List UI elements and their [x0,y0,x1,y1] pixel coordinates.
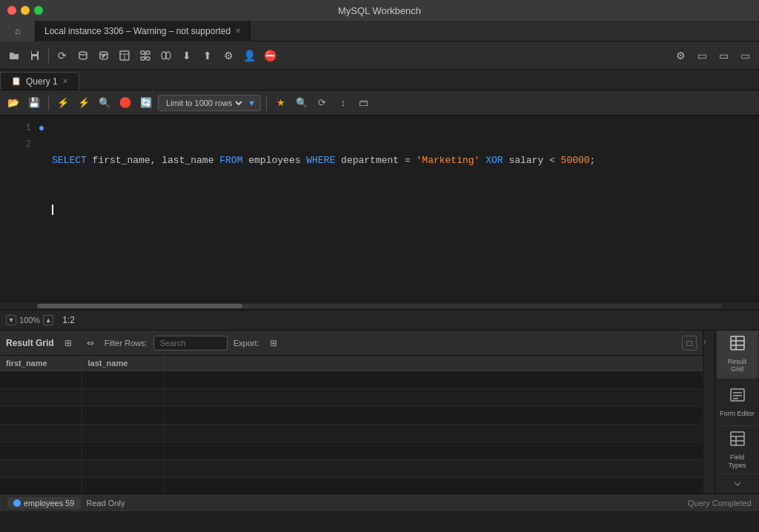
export-button[interactable]: ⊞ [265,335,282,351]
cell-extra [163,407,703,425]
execute-all-button[interactable]: ⚡ [75,94,93,112]
ident-table: employees [242,155,306,166]
filter-search-input[interactable] [153,336,228,350]
table-row[interactable] [0,460,703,478]
stop-button[interactable]: ⛔ [260,46,279,65]
editor-horizontal-scrollbar[interactable] [0,301,759,310]
window-controls [7,6,43,15]
open-folder-button[interactable] [4,46,24,65]
open-sql-button[interactable]: 📂 [4,94,22,112]
hscroll-thumb[interactable] [37,304,242,308]
results-main: Result Grid ⊞ ⇔ Filter Rows: Export: ⊞ □… [0,330,703,493]
table-button[interactable] [115,46,134,65]
cell-first-name [0,389,82,407]
grid-view-button[interactable]: ⊞ [60,335,76,351]
form-editor-panel-button[interactable]: Form Editor [717,379,758,427]
wrap-cell-button[interactable]: ⇔ [82,335,99,351]
svg-rect-11 [146,57,150,60]
export-button[interactable]: ⬆ [198,46,217,65]
hscroll-track[interactable] [37,304,722,308]
ident-condition: department = [335,155,416,166]
db-add-button[interactable] [73,46,93,65]
db-indicator: employees 59 [7,497,81,509]
migrate-button[interactable] [156,46,176,65]
search-sql-button[interactable]: 🔍 [293,94,311,112]
db-edit-button[interactable] [94,46,113,65]
save-button[interactable] [25,46,44,65]
ident-semicolon: ; [590,155,596,166]
result-expand-button[interactable]: □ [682,336,697,350]
cell-last-name [82,371,163,389]
table-body [0,371,703,494]
ident-xor-space [480,155,485,166]
query-tabbar: 📋 Query 1 ✕ [0,70,759,90]
minimize-button[interactable] [21,6,30,15]
close-button[interactable] [7,6,16,15]
cell-first-name [0,478,82,494]
users-button[interactable]: 👤 [239,46,259,65]
home-button[interactable]: ⌂ [0,21,36,41]
line-numbers: 1 2 [0,116,37,301]
expand-arrow-icon[interactable]: › [703,336,706,347]
toggle-output-button[interactable]: 🔄 [137,94,155,112]
limit-dropdown[interactable]: Limit to 1000 rows Don't Limit Limit to … [163,98,245,108]
cell-first-name [0,442,82,460]
bookmark-button[interactable]: ★ [272,94,290,112]
connection-tab-close-icon[interactable]: ✕ [235,27,241,35]
stop-query-button[interactable]: 🛑 [116,94,134,112]
sql-editor[interactable]: 1 2 SELECT first_name, last_name FROM em… [0,116,759,301]
sql-code-area[interactable]: SELECT first_name, last_name FROM employ… [46,116,759,301]
query-tab-close-icon[interactable]: ✕ [62,77,68,85]
field-types-panel-label: FieldTypes [728,453,746,470]
beautify-button[interactable]: ↕ [334,94,352,112]
import-button[interactable]: ⬇ [177,46,196,65]
table-row[interactable] [0,389,703,407]
svg-point-16 [166,52,170,59]
col-header-extra [163,356,703,371]
export-label: Export: [233,339,259,348]
home-icon: ⌂ [15,26,20,36]
schema-button[interactable] [136,46,155,65]
sidebar-expand-handle[interactable]: › [703,330,715,493]
result-grid-panel-button[interactable]: ResultGrid [717,330,758,379]
settings-icon-button[interactable]: ⚙ [671,46,690,65]
refresh-button[interactable]: ⟳ [53,46,72,65]
string-value: 'Marketing' [417,155,480,166]
table-row[interactable] [0,371,703,389]
connection-tabbar: ⌂ Local instance 3306 – Warning – not su… [0,21,759,41]
config-button[interactable]: ⚙ [219,46,238,65]
cell-first-name [0,460,82,478]
data-grid[interactable]: first_name last_name [0,356,703,493]
explain-button[interactable]: 🔍 [96,94,113,112]
db-status-icon [13,499,21,507]
schema-button[interactable]: 🗃 [355,94,373,112]
table-row[interactable] [0,407,703,425]
result-toolbar: Result Grid ⊞ ⇔ Filter Rows: Export: ⊞ □ [0,330,703,356]
connection-tab-label: Local instance 3306 – Warning – not supp… [44,26,231,36]
query-tab[interactable]: 📋 Query 1 ✕ [0,72,79,90]
sql-toolbar-sep1 [48,96,49,110]
sql-toolbar-sep2 [266,96,267,110]
panel-toggle-3[interactable]: ▭ [735,46,755,65]
keyword-from: FROM [219,155,242,166]
panel-toggle-1[interactable]: ▭ [692,46,712,65]
connection-tab[interactable]: Local instance 3306 – Warning – not supp… [36,21,251,41]
main-layout: ⌂ Local instance 3306 – Warning – not su… [0,21,759,511]
keyword-select: SELECT [52,155,87,166]
maximize-button[interactable] [34,6,43,15]
save-sql-button[interactable]: 💾 [25,94,43,112]
table-row[interactable] [0,478,703,494]
result-grid-panel-icon [729,335,746,355]
header-row: first_name last_name [0,356,703,371]
panel-toggle-2[interactable]: ▭ [714,46,733,65]
field-types-panel-button[interactable]: FieldTypes [717,426,758,474]
execute-button[interactable]: ⚡ [54,94,72,112]
svg-rect-10 [141,57,145,60]
table-row[interactable] [0,442,703,460]
sidebar-expand-arrow[interactable] [717,474,758,493]
zoom-increase-button[interactable]: ▲ [43,315,53,325]
zoom-decrease-button[interactable]: ▼ [6,315,16,325]
word-wrap-button[interactable]: ⟳ [314,94,331,112]
limit-select[interactable]: Limit to 1000 rows Don't Limit Limit to … [158,95,261,111]
table-row[interactable] [0,425,703,442]
